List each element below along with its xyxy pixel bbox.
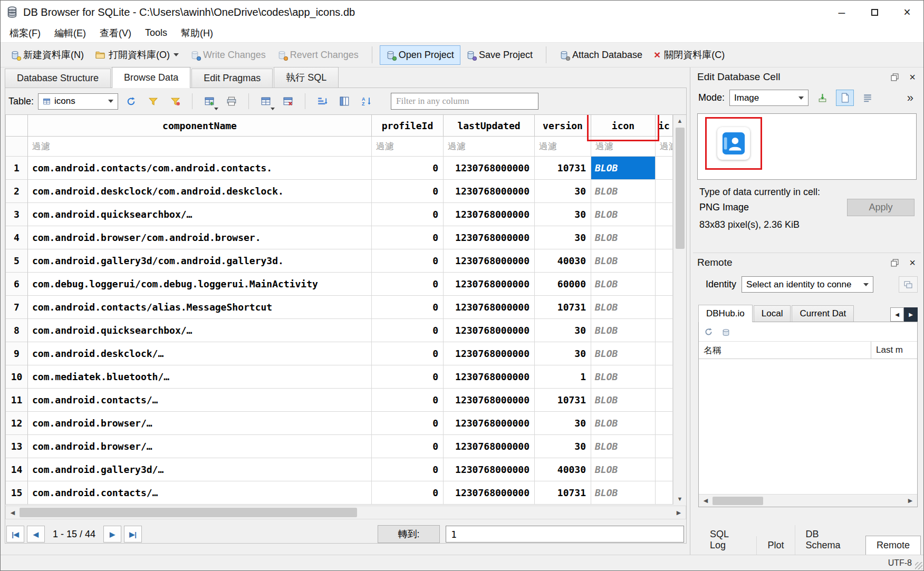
row-number-cell[interactable]: 10: [6, 365, 28, 389]
lastupdated-cell[interactable]: 1230768000000: [444, 435, 535, 458]
remote-refresh-button[interactable]: [704, 327, 713, 336]
filter-lastupdated[interactable]: 過濾: [444, 137, 535, 157]
clipped-cell[interactable]: [656, 435, 673, 458]
clipped-cell[interactable]: [656, 342, 673, 365]
open-database-button[interactable]: 打開資料庫(O): [90, 45, 185, 65]
profileid-cell[interactable]: 0: [372, 157, 444, 180]
componentname-cell[interactable]: com.debug.loggerui/com.debug.loggerui.Ma…: [28, 273, 372, 296]
tab-scroll-left-button[interactable]: ◀: [890, 307, 904, 322]
tab-remote[interactable]: Remote: [865, 536, 921, 555]
tab-dbhub[interactable]: DBHub.io: [698, 305, 753, 322]
componentname-cell[interactable]: com.android.deskclock/…: [28, 342, 372, 365]
row-number-cell[interactable]: 9: [6, 342, 28, 365]
lastupdated-cell[interactable]: 1230768000000: [444, 342, 535, 365]
scroll-left-icon[interactable]: ◀: [699, 495, 713, 507]
toolbar-overflow-button[interactable]: »: [907, 91, 917, 105]
profileid-cell[interactable]: 0: [372, 273, 444, 296]
version-cell[interactable]: 30: [535, 180, 591, 203]
row-number-cell[interactable]: 13: [6, 435, 28, 458]
lastupdated-cell[interactable]: 1230768000000: [444, 365, 535, 389]
profileid-cell[interactable]: 0: [372, 458, 444, 481]
version-cell[interactable]: 10731: [535, 296, 591, 319]
column-header-icon[interactable]: icon: [591, 115, 656, 137]
text-view-button[interactable]: [836, 90, 854, 106]
open-project-button[interactable]: Open Project: [380, 45, 460, 65]
clipped-cell[interactable]: [656, 296, 673, 319]
remote-upload-button[interactable]: [721, 327, 730, 336]
componentname-cell[interactable]: com.android.contacts/…: [28, 481, 372, 505]
word-wrap-button[interactable]: [859, 90, 877, 106]
version-cell[interactable]: 30: [535, 203, 591, 226]
close-panel-button[interactable]: ×: [906, 71, 919, 83]
lastupdated-cell[interactable]: 1230768000000: [444, 412, 535, 435]
row-number-cell[interactable]: 4: [6, 226, 28, 249]
icon-cell[interactable]: BLOB: [591, 342, 656, 365]
minimize-button[interactable]: –: [825, 1, 858, 24]
resize-grip[interactable]: [915, 562, 922, 569]
filter-button[interactable]: [143, 92, 162, 111]
scroll-up-icon[interactable]: ▲: [673, 115, 686, 127]
filter-any-column-input[interactable]: [391, 93, 538, 110]
float-panel-button[interactable]: [888, 71, 901, 83]
icon-cell[interactable]: BLOB: [591, 319, 656, 342]
corner-header-cell[interactable]: [6, 115, 28, 137]
sort-asc-button[interactable]: [313, 92, 332, 111]
icon-cell[interactable]: BLOB: [591, 296, 656, 319]
lastupdated-cell[interactable]: 1230768000000: [444, 481, 535, 505]
row-number-cell[interactable]: 14: [6, 458, 28, 481]
delete-record-button[interactable]: [278, 92, 297, 111]
version-cell[interactable]: 10731: [535, 157, 591, 180]
remote-column-name[interactable]: 名稱: [699, 342, 871, 359]
clipped-cell[interactable]: [656, 273, 673, 296]
close-button[interactable]: ×: [891, 1, 923, 24]
version-cell[interactable]: 40030: [535, 249, 591, 273]
row-number-cell[interactable]: 12: [6, 412, 28, 435]
profileid-cell[interactable]: 0: [372, 296, 444, 319]
open-database-dropdown-icon[interactable]: [174, 53, 179, 56]
lastupdated-cell[interactable]: 1230768000000: [444, 389, 535, 412]
revert-changes-button[interactable]: Revert Changes: [272, 46, 364, 64]
clipped-cell[interactable]: [656, 319, 673, 342]
attach-database-button[interactable]: Attach Database: [554, 46, 648, 64]
componentname-cell[interactable]: com.android.contacts/…: [28, 389, 372, 412]
vertical-scrollbar[interactable]: ▲ ▼: [673, 115, 686, 505]
scroll-right-icon[interactable]: ▶: [672, 506, 686, 519]
profileid-cell[interactable]: 0: [372, 180, 444, 203]
row-number-cell[interactable]: 6: [6, 273, 28, 296]
lastupdated-cell[interactable]: 1230768000000: [444, 458, 535, 481]
column-header-version[interactable]: version: [535, 115, 591, 137]
lastupdated-cell[interactable]: 1230768000000: [444, 319, 535, 342]
profileid-cell[interactable]: 0: [372, 365, 444, 389]
profileid-cell[interactable]: 0: [372, 389, 444, 412]
clipped-cell[interactable]: [656, 180, 673, 203]
profileid-cell[interactable]: 0: [372, 226, 444, 249]
next-record-button[interactable]: ▶: [103, 526, 121, 543]
close-panel-button[interactable]: ×: [906, 256, 919, 269]
version-cell[interactable]: 30: [535, 412, 591, 435]
icon-cell[interactable]: BLOB: [591, 435, 656, 458]
version-cell[interactable]: 40030: [535, 458, 591, 481]
menu-file[interactable]: 檔案(F): [3, 24, 47, 42]
import-data-button[interactable]: [813, 90, 831, 106]
componentname-cell[interactable]: com.mediatek.bluetooth/…: [28, 365, 372, 389]
first-record-button[interactable]: |◀: [6, 526, 24, 543]
componentname-cell[interactable]: com.android.browser/…: [28, 435, 372, 458]
scroll-right-icon[interactable]: ▶: [903, 495, 917, 507]
clipped-cell[interactable]: [656, 412, 673, 435]
clipped-cell[interactable]: [656, 389, 673, 412]
scroll-down-icon[interactable]: ▼: [673, 493, 686, 505]
column-header-profileid[interactable]: profileId: [372, 115, 444, 137]
row-number-cell[interactable]: 5: [6, 249, 28, 273]
profileid-cell[interactable]: 0: [372, 249, 444, 273]
profileid-cell[interactable]: 0: [372, 203, 444, 226]
clipped-cell[interactable]: [656, 249, 673, 273]
tab-local[interactable]: Local: [754, 305, 791, 322]
icon-cell[interactable]: BLOB: [591, 412, 656, 435]
duplicate-record-button[interactable]: [256, 92, 275, 111]
componentname-cell[interactable]: com.android.contacts/com.android.contact…: [28, 157, 372, 180]
identity-select[interactable]: Select an identity to conne: [742, 276, 873, 293]
maximize-button[interactable]: [858, 1, 891, 24]
tab-database-structure[interactable]: Database Structure: [5, 69, 111, 88]
clear-filter-button[interactable]: [166, 92, 185, 111]
filter-componentname[interactable]: 過濾: [28, 137, 372, 157]
